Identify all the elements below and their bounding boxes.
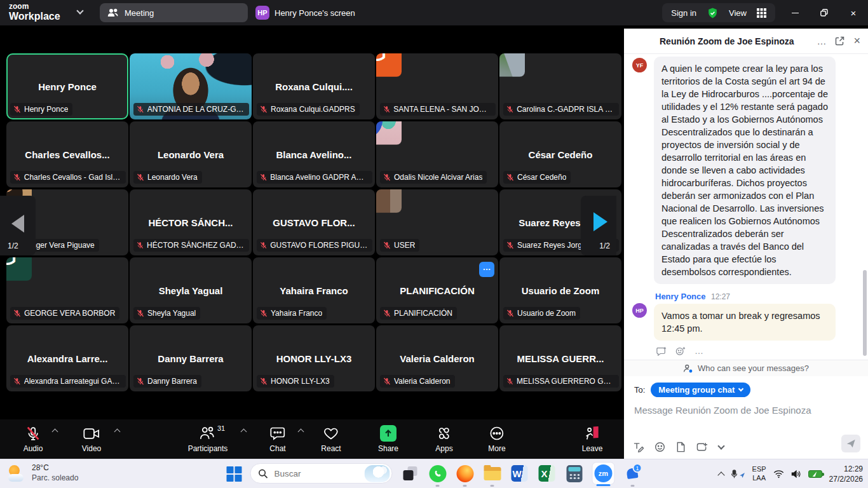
share-button[interactable]: Share	[378, 425, 398, 453]
video-tile[interactable]: César Cedeño César Cedeño	[499, 121, 621, 187]
video-tile[interactable]: USER	[376, 189, 498, 255]
audio-options-caret[interactable]	[52, 429, 58, 435]
chevron-down-icon[interactable]	[76, 7, 83, 14]
word-app[interactable]: W	[510, 464, 529, 483]
video-tile[interactable]: Usuario de Zoom Usuario de Zoom	[499, 257, 621, 323]
format-text-icon[interactable]	[633, 442, 644, 452]
screenshot-icon[interactable]	[696, 442, 708, 452]
zoom-app-active[interactable]: zm	[592, 464, 615, 483]
security-shield-icon[interactable]	[707, 7, 719, 19]
video-tile[interactable]: HÉCTOR SÁNCH... HÉCTOR SÁNCHEZ GAD AT...	[130, 189, 252, 255]
tile-more-button[interactable]: …	[479, 262, 494, 277]
tile-content: G	[376, 53, 402, 77]
avatar: HP	[632, 303, 647, 318]
taskbar-search[interactable]	[250, 463, 393, 484]
previous-page-button[interactable]: 1/2	[0, 196, 36, 255]
logo-line1: zoom	[9, 3, 60, 11]
participant-name: MELISSA GUERRERO GADP...	[517, 377, 614, 386]
apps-button[interactable]: Apps	[435, 425, 452, 453]
video-tile[interactable]: Charles Cevallos... Charles Cevallos - G…	[6, 121, 128, 187]
video-tile[interactable]: Yahaira Franco Yahaira Franco	[253, 257, 375, 323]
weather-status: Parc. soleado	[32, 473, 78, 482]
video-tile[interactable]: MELISSA GUERR... MELISSA GUERRERO GADP..…	[499, 325, 621, 391]
video-tile[interactable]: ANTONIA DE LA CRUZ-GA...	[130, 53, 252, 119]
send-button[interactable]	[841, 435, 860, 452]
video-tile[interactable]: Roxana Culqui.... Roxana Culqui.GADPRS	[253, 53, 375, 119]
search-input[interactable]	[273, 468, 356, 479]
video-tile[interactable]: Blanca Avelino... Blanca Avelino GADPR A…	[253, 121, 375, 187]
volume-icon[interactable]	[791, 470, 801, 478]
notifications-app[interactable]: 1	[623, 464, 642, 483]
taskbar-clock[interactable]: 12:29 27/2/2026	[829, 464, 863, 484]
more-button[interactable]: More	[488, 425, 505, 453]
whatsapp-app[interactable]	[428, 464, 447, 483]
battery-charging-icon[interactable]	[808, 470, 822, 478]
tab-henry-ponce-screen[interactable]: HP Henry Ponce's screen	[255, 6, 355, 20]
react-button[interactable]: React	[321, 425, 341, 453]
chat-scrollbar[interactable]	[863, 270, 867, 356]
muted-mic-icon	[137, 309, 144, 317]
video-tile[interactable]: G GEORGE VERA BORBOR	[6, 257, 128, 323]
video-tile[interactable]: HONOR LLY-LX3 HONOR LLY-LX3	[253, 325, 375, 391]
notification-badge: 1	[633, 463, 642, 473]
video-button[interactable]: Video	[82, 425, 101, 453]
tab-meeting[interactable]: Meeting	[100, 3, 248, 22]
view-button[interactable]: View	[729, 8, 747, 18]
start-button[interactable]	[226, 466, 242, 482]
tray-expand-icon[interactable]	[717, 471, 724, 478]
next-page-button[interactable]: 1/2	[581, 196, 616, 255]
tile-content: G	[6, 257, 32, 281]
chat-button[interactable]: Chat	[269, 425, 285, 453]
chat-close-icon[interactable]: ×	[853, 34, 860, 48]
leave-button[interactable]: Leave	[582, 425, 603, 453]
minimize-button[interactable]	[780, 0, 810, 25]
privacy-note[interactable]: Who can see your messages?	[624, 360, 868, 376]
participants-button[interactable]: 31 Participants	[188, 425, 228, 453]
more-actions-icon[interactable]: …	[695, 346, 703, 356]
video-tile[interactable]: Alexandra Larre... Alexandra Larreategui…	[6, 325, 128, 391]
wifi-icon[interactable]	[773, 470, 784, 478]
video-tile[interactable]: G SANTA ELENA - SAN JOSÉ ...	[376, 53, 498, 119]
grid-view-icon[interactable]	[757, 8, 766, 18]
close-button[interactable]: ×	[839, 0, 868, 25]
message-input[interactable]: Message Reunión Zoom de Joe Espinoza	[634, 405, 858, 416]
recipient-selector[interactable]: Meeting group chat	[651, 383, 750, 397]
mic-location-indicators[interactable]	[731, 470, 745, 478]
video-tile[interactable]: GUSTAVO FLOR... GUSTAVO FLORES PIGUAVE	[253, 189, 375, 255]
compose-more-caret[interactable]	[717, 442, 724, 449]
audio-button[interactable]: Audio	[24, 425, 43, 453]
video-tile[interactable]: Carolina C.-GADPR ISLA SA...	[499, 53, 621, 119]
video-tile[interactable]: Leonardo Vera Leonardo Vera	[130, 121, 252, 187]
excel-app[interactable]: X	[538, 464, 557, 483]
video-tile[interactable]: Valeria Calderon Valeria Calderon	[376, 325, 498, 391]
participant-name-label: Yahaira Franco	[257, 307, 327, 320]
attach-file-icon[interactable]	[676, 442, 686, 452]
chat-more-icon[interactable]: …	[817, 36, 826, 46]
sender-name[interactable]: Henry Ponce	[655, 292, 705, 301]
chat-options-caret[interactable]	[298, 429, 304, 435]
search-highlight-image[interactable]	[365, 465, 390, 482]
restore-button[interactable]	[810, 0, 839, 25]
participants-options-caret[interactable]	[241, 429, 247, 435]
participant-name: Valeria Calderon	[394, 377, 451, 386]
file-explorer-app[interactable]	[483, 464, 502, 483]
task-view-button[interactable]	[401, 464, 420, 483]
pop-out-icon[interactable]	[835, 36, 844, 46]
sign-in-button[interactable]: Sign in	[671, 8, 696, 18]
emoji-reaction-icon[interactable]	[675, 346, 686, 356]
emoji-icon[interactable]	[654, 442, 665, 452]
firefox-app[interactable]	[456, 464, 475, 483]
video-tile[interactable]: Henry Ponce Henry Ponce	[6, 53, 128, 119]
calculator-app[interactable]	[565, 464, 584, 483]
participants-count: 31	[217, 424, 225, 432]
video-tile[interactable]: Odalis Nicole Alcivar Arias	[376, 121, 498, 187]
participant-name: Henry Ponce	[24, 105, 68, 114]
taskbar-weather-widget[interactable]: 28°C Parc. soleado	[8, 463, 78, 483]
video-tile[interactable]: Danny Barrera Danny Barrera	[130, 325, 252, 391]
participant-name-label: César Cedeño	[503, 171, 571, 184]
video-options-caret[interactable]	[114, 429, 121, 435]
reply-icon[interactable]	[656, 346, 667, 356]
language-indicator[interactable]: ESP LAA	[752, 465, 766, 483]
muted-mic-icon	[383, 241, 391, 249]
video-tile[interactable]: Sheyla Yagual Sheyla Yagual	[130, 257, 252, 323]
